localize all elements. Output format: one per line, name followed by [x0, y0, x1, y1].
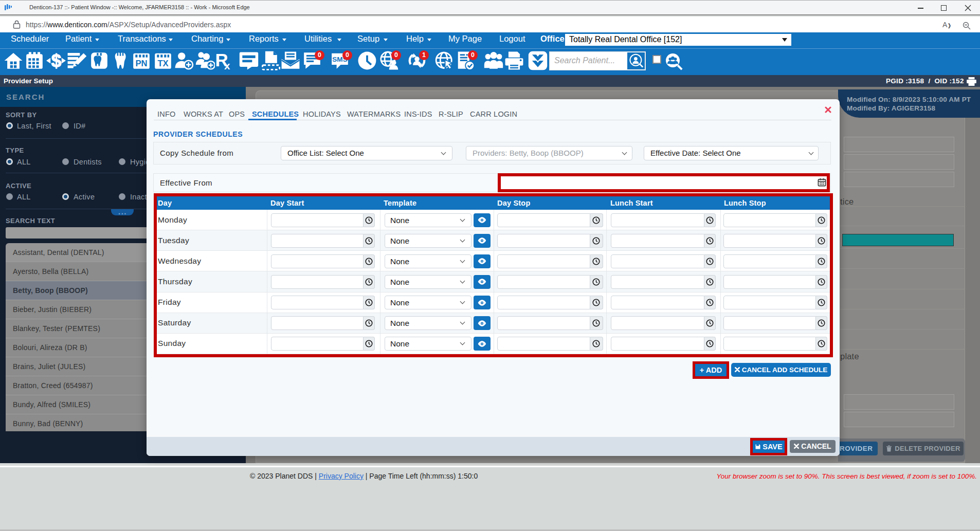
- svg-text:TX: TX: [157, 59, 168, 68]
- svg-text:PN: PN: [135, 59, 147, 68]
- svg-text:x: x: [224, 60, 230, 70]
- svg-text:$: $: [51, 51, 61, 70]
